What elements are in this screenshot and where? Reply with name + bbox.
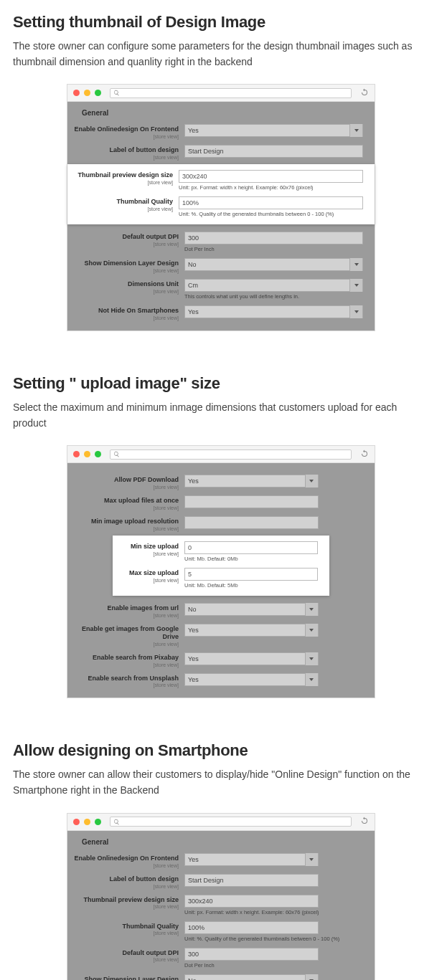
row-enable-onlinedesign: Enable Onlinedesign On Frontend[store vi… — [73, 850, 369, 871]
close-icon[interactable] — [73, 819, 80, 825]
input-thumbnail-size[interactable]: 300x240 — [179, 170, 363, 183]
input-thumbnail-quality[interactable]: 100% — [184, 921, 319, 934]
window-titlebar — [67, 814, 375, 831]
highlight-size-settings: Min size upload[store view] 0Unit: Mb. D… — [113, 536, 329, 596]
section-desc: Select the maximum and minimum inmage di… — [13, 400, 429, 431]
window-titlebar — [67, 446, 375, 463]
screenshot-smartphone: General Enable Onlinedesign On Frontend[… — [67, 813, 375, 980]
chevron-down-icon — [305, 673, 318, 686]
panel-header: General — [73, 106, 369, 121]
minimize-icon[interactable] — [84, 819, 90, 825]
chevron-down-icon — [349, 279, 362, 292]
select-enable-onlinedesign[interactable]: Yes — [184, 124, 363, 137]
chevron-down-icon — [305, 624, 318, 637]
row-min-upload-res: Min image upload resolution[store view] — [73, 513, 369, 534]
chevron-down-icon — [305, 603, 318, 616]
select-pixabay[interactable]: Yes — [184, 652, 319, 665]
section-smartphone: Allow designing on Smartphone The store … — [13, 741, 429, 980]
row-button-label: Label of button design[store view] Start… — [73, 142, 369, 163]
screenshot-thumbnail: General Enable Onlinedesign On Frontend[… — [67, 84, 375, 331]
row-images-from-url: Enable images from url[store view] No — [73, 600, 369, 621]
select-enable-onlinedesign[interactable]: Yes — [184, 853, 319, 866]
section-upload-size: Setting " upload image" size Select the … — [13, 374, 429, 699]
select-show-dimension[interactable]: No — [184, 974, 319, 980]
row-enable-onlinedesign: Enable Onlinedesign On Frontend[store vi… — [73, 121, 369, 142]
search-icon — [113, 90, 120, 96]
search-icon — [113, 451, 120, 457]
panel-header: General — [73, 835, 369, 850]
input-button-label[interactable]: Start Design — [184, 874, 319, 887]
section-title: Allow designing on Smartphone — [13, 741, 429, 760]
minimize-icon[interactable] — [84, 451, 90, 457]
highlight-thumbnail-settings: Thumbnail preview design size[store view… — [67, 164, 375, 224]
minimize-icon[interactable] — [84, 90, 90, 96]
search-input[interactable] — [110, 817, 352, 827]
chevron-down-icon — [349, 124, 362, 137]
row-thumbnail-size: Thumbnail preview design size[store view… — [67, 167, 369, 194]
row-not-hide-smartphones: Not Hide On Smartphones[store view] Yes — [73, 303, 369, 323]
zoom-icon[interactable] — [95, 451, 101, 457]
chevron-down-icon — [305, 475, 318, 487]
screenshot-upload-size: Allow PDF Download[store view] Yes Max u… — [67, 445, 375, 698]
chevron-down-icon — [349, 305, 362, 318]
row-show-dimension: Show Dimension Layer Design[store view] … — [73, 255, 369, 276]
row-show-dimension: Show Dimension Layer Design[store view] … — [73, 971, 369, 980]
select-dimensions-unit[interactable]: Cm — [184, 279, 363, 292]
row-button-label: Label of button design[store view] Start… — [73, 871, 369, 892]
row-thumbnail-size: Thumbnail preview design size[store view… — [73, 892, 369, 918]
row-min-size-upload: Min size upload[store view] 0Unit: Mb. D… — [113, 538, 324, 565]
row-thumbnail-quality: Thumbnail Quality[store view] 100% Unit:… — [67, 194, 369, 220]
close-icon[interactable] — [73, 90, 80, 96]
zoom-icon[interactable] — [95, 90, 101, 96]
select-google-drive[interactable]: Yes — [184, 624, 319, 637]
select-unsplash[interactable]: Yes — [184, 673, 319, 686]
row-max-size-upload: Max size upload[store view] 5Unit: Mb. D… — [113, 565, 324, 591]
section-title: Setting thumbnail of Design Image — [13, 13, 429, 32]
input-max-size-upload[interactable]: 5 — [184, 568, 318, 581]
search-icon — [113, 819, 120, 825]
chevron-down-icon — [305, 652, 318, 665]
chevron-down-icon — [349, 258, 362, 271]
row-default-dpi: Default output DPI[store view] 300Dot Pe… — [73, 229, 369, 255]
row-unsplash: Enable search from Unsplash[store view] … — [73, 670, 369, 691]
section-desc: The store owner can allow their customer… — [13, 767, 429, 798]
section-thumbnail: Setting thumbnail of Design Image The st… — [13, 13, 429, 331]
row-google-drive: Enable get images from Google Drive[stor… — [73, 621, 369, 650]
select-not-hide-smartphones[interactable]: Yes — [184, 305, 363, 318]
row-allow-pdf: Allow PDF Download[store view] Yes — [73, 472, 369, 493]
input-max-upload-files[interactable] — [184, 495, 319, 508]
input-thumbnail-size[interactable]: 300x240 — [184, 895, 319, 908]
section-title: Setting " upload image" size — [13, 374, 429, 393]
row-max-upload-files: Max upload files at once[store view] — [73, 493, 369, 513]
chevron-down-icon — [305, 853, 318, 866]
window-titlebar — [67, 85, 375, 102]
input-button-label[interactable]: Start Design — [184, 145, 363, 158]
refresh-icon[interactable] — [360, 88, 369, 98]
row-thumbnail-quality: Thumbnail Quality[store view] 100%Unit: … — [73, 918, 369, 945]
select-allow-pdf[interactable]: Yes — [184, 475, 319, 487]
input-thumbnail-quality[interactable]: 100% — [179, 196, 363, 209]
chevron-down-icon — [305, 974, 318, 980]
refresh-icon[interactable] — [360, 449, 369, 460]
row-pixabay: Enable search from Pixabay[store view] Y… — [73, 650, 369, 670]
input-min-size-upload[interactable]: 0 — [184, 541, 318, 554]
row-dimensions-unit: Dimensions Unit[store view] CmThis contr… — [73, 276, 369, 303]
section-desc: The store owner can configure some param… — [13, 39, 429, 70]
close-icon[interactable] — [73, 451, 80, 457]
input-min-upload-res[interactable] — [184, 516, 319, 529]
select-images-from-url[interactable]: No — [184, 603, 319, 616]
search-input[interactable] — [110, 449, 352, 460]
refresh-icon[interactable] — [360, 817, 369, 827]
input-default-dpi[interactable]: 300 — [184, 948, 319, 961]
zoom-icon[interactable] — [95, 819, 101, 825]
select-show-dimension[interactable]: No — [184, 258, 363, 271]
row-default-dpi: Default output DPI[store view] 300Dot Pe… — [73, 945, 369, 971]
search-input[interactable] — [110, 88, 352, 98]
input-default-dpi[interactable]: 300 — [184, 232, 363, 244]
